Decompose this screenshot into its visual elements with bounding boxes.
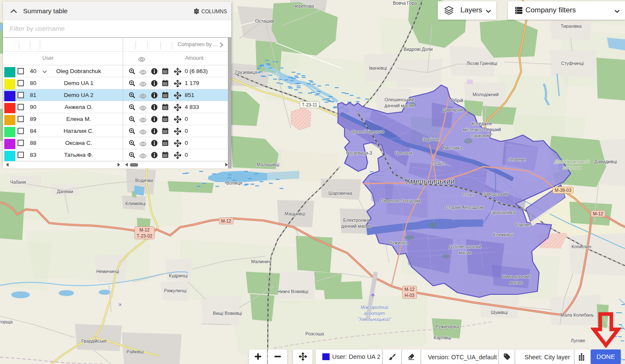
svg-text:✈: ✈ xyxy=(370,293,376,297)
